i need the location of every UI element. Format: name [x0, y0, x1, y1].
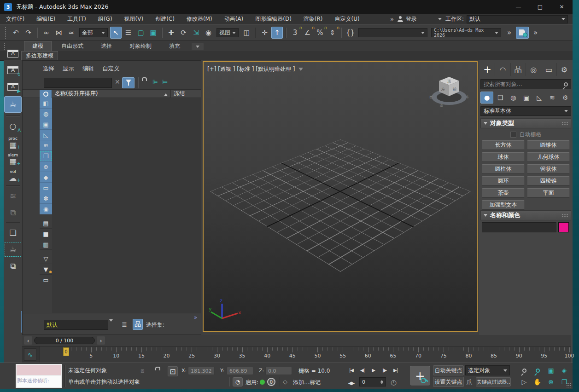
menu-views[interactable]: 视图(V): [118, 14, 150, 24]
tab-create[interactable]: +: [480, 63, 495, 76]
snaps-toggle-icon[interactable]: 3∩: [289, 27, 301, 39]
display-xrefs-icon[interactable]: ⊕: [40, 161, 52, 172]
create-proc-icon[interactable]: proc▦+: [5, 136, 21, 150]
category-systems[interactable]: ⚙: [559, 92, 571, 104]
tab-display[interactable]: ▭: [541, 63, 556, 76]
object-type-rollout-header[interactable]: 对象类型: [480, 118, 571, 128]
menu-animation[interactable]: 动画(A): [218, 14, 250, 24]
collapse-tree-icon[interactable]: ⊨: [162, 78, 168, 86]
explorer-menu-edit[interactable]: 编辑: [82, 65, 94, 73]
previous-frame-arrow[interactable]: ‹: [24, 336, 32, 345]
display-lights-icon[interactable]: ◍: [40, 109, 52, 119]
redo-icon[interactable]: ↷: [23, 27, 34, 39]
viewport-label-text[interactable]: [+] [透视 ] [标准 ] [默认明暗处理 ]: [207, 65, 295, 73]
marker-icon[interactable]: ◇: [283, 378, 287, 385]
edit-named-selection-sets-icon[interactable]: {}: [345, 27, 356, 39]
category-space-warps[interactable]: ≋: [546, 92, 558, 104]
display-layers-icon[interactable]: ≣: [119, 319, 129, 330]
spinner-snap-toggle-icon[interactable]: ⇕∩: [327, 27, 338, 39]
object-name-field[interactable]: [482, 222, 556, 232]
create-alembic-icon[interactable]: alem▦+: [5, 152, 21, 166]
set-keys-button[interactable]: +: [410, 366, 430, 386]
batch-render-icon[interactable]: ❏: [5, 226, 21, 240]
create-text-plus-button[interactable]: 加强型文本: [482, 200, 525, 210]
tab-motion[interactable]: ◎: [526, 63, 541, 76]
viewport-filter-icon[interactable]: [298, 68, 303, 73]
display-bones-icon[interactable]: ◆: [40, 172, 52, 183]
time-configuration-button[interactable]: ◷: [391, 378, 397, 386]
object-color-swatch[interactable]: [558, 222, 569, 232]
next-frame-arrow[interactable]: ›: [97, 336, 105, 345]
isolate-selection-icon[interactable]: ⧈: [140, 367, 144, 375]
pan-button[interactable]: ✋: [531, 376, 544, 387]
listener-macro-field[interactable]: [17, 365, 61, 376]
current-frame-spinner[interactable]: 0: [359, 377, 386, 386]
display-none-icon[interactable]: ■: [40, 229, 52, 239]
play-animation-button[interactable]: ▶: [368, 365, 378, 375]
rectangular-selection-region-icon[interactable]: ▢: [135, 27, 146, 39]
create-volume-icon[interactable]: vol☁+: [5, 169, 21, 183]
x-coord-field[interactable]: 181.302: [188, 367, 215, 375]
select-by-name-icon[interactable]: ☰: [123, 27, 134, 39]
key-filters-button[interactable]: 关键点过滤器..: [476, 377, 511, 386]
display-cameras-icon[interactable]: ▣: [40, 119, 52, 130]
auto-key-button[interactable]: 自动关键点: [433, 365, 464, 375]
percent-snap-toggle-icon[interactable]: %∩: [314, 27, 326, 39]
tab-modify[interactable]: ◠: [495, 63, 510, 76]
maxscript-mini-listener[interactable]: 脚本迷你侦听:: [16, 364, 62, 388]
notification-badge[interactable]: 0: [267, 378, 275, 386]
tab-polygon-modeling[interactable]: 多边形建模: [21, 51, 58, 61]
explorer-search-input[interactable]: [44, 78, 112, 88]
project-folder-dropdown[interactable]: C:\Users\Ad⋯ds Max 2026: [431, 28, 501, 37]
select-object-icon[interactable]: ↖: [110, 27, 122, 39]
ribbon-tab-modeling[interactable]: 建模: [24, 41, 52, 51]
maxscript-listener-icon[interactable]: A↯: [5, 63, 21, 77]
save-scene-icon[interactable]: [516, 27, 529, 39]
render-setup-icon[interactable]: ☕: [4, 96, 22, 113]
toolbar-drag-handle[interactable]: [5, 27, 7, 39]
name-color-rollout-header[interactable]: 名称和颜色: [480, 210, 571, 220]
named-selection-sets-dropdown[interactable]: [358, 28, 427, 37]
bind-to-space-warp-icon[interactable]: ≈: [65, 27, 77, 39]
category-helpers[interactable]: ◺: [533, 92, 545, 104]
unlink-selection-icon[interactable]: ⋈: [53, 27, 64, 39]
explorer-menu-select[interactable]: 选择: [43, 65, 54, 73]
spinner-arrows[interactable]: [380, 379, 383, 386]
command-search-input[interactable]: 搜索所有对象...: [480, 79, 571, 89]
light-analysis-icon[interactable]: ○A: [5, 119, 21, 133]
display-containers-icon[interactable]: ▭: [40, 183, 52, 193]
create-teapot-button[interactable]: 茶壶: [482, 188, 525, 198]
select-and-rotate-icon[interactable]: ⟳: [178, 27, 189, 39]
zoom-button[interactable]: [518, 365, 531, 376]
previous-frame-button[interactable]: ◀|: [357, 365, 367, 375]
select-and-scale-icon[interactable]: ⇲: [190, 27, 202, 39]
rollout-grip-icon-2[interactable]: [561, 213, 568, 218]
maximize-button[interactable]: □: [529, 0, 551, 14]
category-cameras[interactable]: ▣: [520, 92, 532, 104]
explorer-more-icon[interactable]: »: [194, 314, 197, 321]
key-target-dropdown[interactable]: 选定对象: [465, 365, 510, 375]
mini-curve-editor-button[interactable]: ∿: [24, 348, 36, 361]
time-slider-marker[interactable]: 0: [63, 347, 69, 356]
display-mode-caret[interactable]: [109, 322, 113, 330]
set-key-button[interactable]: 设置关键点: [433, 377, 464, 387]
menu-graph-editors[interactable]: 图形编辑器(D): [249, 14, 298, 24]
zoom-extents-button[interactable]: ▣: [544, 365, 557, 376]
create-cone-button[interactable]: 圆锥体: [527, 140, 570, 150]
create-box-button[interactable]: 长方体: [482, 140, 525, 150]
category-lights[interactable]: ◍: [507, 92, 519, 104]
sign-in-button[interactable]: 登录: [398, 15, 442, 23]
explorer-menu-display[interactable]: 显示: [63, 65, 74, 73]
select-and-manipulate-icon[interactable]: ✛: [259, 27, 270, 39]
macro-recorder-icon[interactable]: A▶: [5, 80, 21, 93]
display-mode-dropdown[interactable]: 默认: [44, 320, 108, 330]
menu-modifiers[interactable]: 修改器(M): [181, 14, 218, 24]
key-filters-icon[interactable]: 爪: [466, 378, 472, 386]
key-mode-toggle-button[interactable]: ◀▶: [346, 378, 356, 387]
menu-create[interactable]: 创建(C): [149, 14, 181, 24]
category-shapes[interactable]: ❏: [494, 92, 506, 104]
render-selected-icon[interactable]: ☕: [5, 242, 21, 256]
rollout-grip-icon[interactable]: [561, 121, 568, 126]
display-properties-icon[interactable]: ▥: [40, 239, 52, 250]
display-assemblies-icon[interactable]: ✽: [40, 193, 52, 204]
